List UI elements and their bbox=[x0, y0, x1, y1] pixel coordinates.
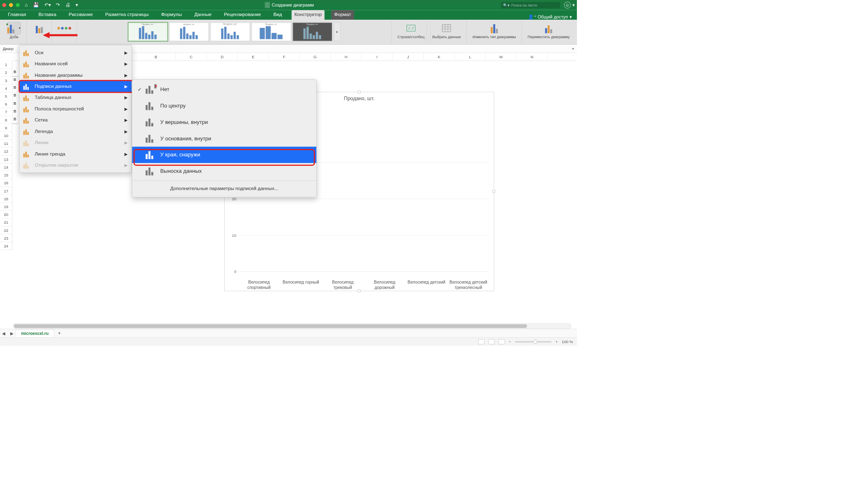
chart-style-2[interactable]: продано, шт. bbox=[169, 23, 209, 41]
menu-legend[interactable]: Легенда▶ bbox=[19, 126, 131, 137]
row-header[interactable]: 3 bbox=[0, 77, 12, 85]
col-header-H[interactable]: H bbox=[331, 53, 361, 61]
tab-view[interactable]: Вид bbox=[271, 10, 285, 20]
submenu-more-options[interactable]: Дополнительные параметры подписей данных… bbox=[132, 182, 317, 195]
zoom-in-button[interactable]: + bbox=[556, 339, 558, 344]
col-header-L[interactable]: L bbox=[455, 53, 485, 61]
col-header-J[interactable]: J bbox=[393, 53, 423, 61]
add-chart-element-button[interactable]: ● ▾ Доба bbox=[6, 21, 23, 42]
col-header-K[interactable]: K bbox=[424, 53, 455, 61]
switch-row-column-button[interactable]: Строка/столбец bbox=[396, 21, 426, 42]
avatar-dropdown-icon[interactable]: ▾ bbox=[572, 2, 574, 8]
menu-error-bars[interactable]: Полоса погрешностей▶ bbox=[19, 103, 131, 115]
submenu-inside-base[interactable]: У основания, внутри bbox=[132, 131, 317, 147]
row-header[interactable]: 21 bbox=[0, 218, 12, 226]
sheet-nav-prev-icon[interactable]: ◀ bbox=[0, 331, 8, 336]
col-header-E[interactable]: E bbox=[238, 53, 269, 61]
menu-axes[interactable]: Оси▶ bbox=[19, 47, 131, 58]
tab-home[interactable]: Главная bbox=[5, 10, 29, 20]
col-header-D[interactable]: D bbox=[207, 53, 238, 61]
undo-icon[interactable]: ↶▾ bbox=[44, 2, 51, 8]
scrollbar-thumb[interactable] bbox=[14, 324, 527, 328]
add-sheet-button[interactable]: + bbox=[54, 330, 64, 336]
resize-handle[interactable] bbox=[492, 190, 495, 193]
sheet-nav-next-icon[interactable]: ▶ bbox=[8, 331, 16, 336]
col-header-G[interactable]: G bbox=[300, 53, 331, 61]
search-input[interactable]: 🔍▾ Поиск на листе bbox=[501, 2, 560, 8]
minimize-window-icon[interactable] bbox=[9, 3, 13, 7]
save-icon[interactable]: 💾 bbox=[33, 2, 39, 8]
row-header[interactable]: 13 bbox=[0, 156, 12, 163]
col-header-F[interactable]: F bbox=[269, 53, 299, 61]
menu-data-labels[interactable]: Подписи данных▶ bbox=[19, 81, 131, 92]
page-layout-view-icon[interactable] bbox=[488, 339, 494, 344]
col-header-B[interactable]: B bbox=[136, 53, 176, 61]
sheet-tab[interactable]: microexcel.ru bbox=[16, 330, 54, 337]
tab-page-layout[interactable]: Разметка страницы bbox=[102, 10, 152, 20]
home-icon[interactable]: ⌂ bbox=[25, 2, 28, 8]
tab-chart-design[interactable]: Конструктор bbox=[292, 10, 324, 20]
col-header-I[interactable]: I bbox=[362, 53, 393, 61]
zoom-slider[interactable] bbox=[515, 341, 551, 342]
col-header-M[interactable]: M bbox=[486, 53, 517, 61]
qat-dropdown-icon[interactable]: ▾ bbox=[76, 2, 78, 8]
slider-knob[interactable] bbox=[533, 340, 538, 344]
row-header[interactable]: 2 bbox=[0, 69, 12, 76]
zoom-out-button[interactable]: − bbox=[509, 339, 511, 344]
tab-data[interactable]: Данные bbox=[191, 10, 214, 20]
menu-gridlines[interactable]: Сетка▶ bbox=[19, 115, 131, 126]
submenu-data-callout[interactable]: Выноска данных bbox=[132, 163, 317, 179]
row-header[interactable]: 24 bbox=[0, 242, 12, 250]
submenu-center[interactable]: По центру bbox=[132, 98, 317, 114]
submenu-inside-end[interactable]: У вершины, внутри bbox=[132, 114, 317, 131]
formula-bar-expand-icon[interactable]: ▾ bbox=[572, 46, 577, 51]
row-header[interactable]: 11 bbox=[0, 140, 12, 147]
row-header[interactable]: 12 bbox=[0, 147, 12, 155]
row-header[interactable]: 19 bbox=[0, 203, 12, 211]
row-header[interactable]: 9 bbox=[0, 124, 12, 132]
row-header[interactable]: 5 bbox=[0, 92, 12, 100]
tab-insert[interactable]: Вставка bbox=[36, 10, 59, 20]
chart-styles-more-button[interactable]: ▸ bbox=[334, 23, 340, 41]
zoom-level[interactable]: 100 % bbox=[562, 339, 573, 344]
user-avatar-icon[interactable]: ☺ bbox=[564, 2, 570, 8]
menu-data-table[interactable]: Таблица данных▶ bbox=[19, 92, 131, 103]
chart-style-4[interactable]: Продано, шт. bbox=[251, 23, 291, 41]
row-header[interactable]: 18 bbox=[0, 195, 12, 203]
row-header[interactable]: 20 bbox=[0, 211, 12, 218]
select-data-button[interactable]: Выбрать данные bbox=[431, 21, 463, 42]
print-icon[interactable]: 🖨 bbox=[65, 2, 70, 8]
row-header[interactable]: 4 bbox=[0, 85, 12, 92]
row-header[interactable]: 14 bbox=[0, 163, 12, 171]
submenu-outside-end[interactable]: У края, снаружи bbox=[132, 147, 317, 163]
submenu-none[interactable]: ✓✕Нет bbox=[132, 81, 317, 98]
row-header[interactable]: 15 bbox=[0, 171, 12, 179]
normal-view-icon[interactable] bbox=[478, 339, 485, 344]
row-header[interactable]: 8 bbox=[0, 116, 12, 124]
row-header[interactable]: 23 bbox=[0, 234, 12, 242]
resize-handle[interactable] bbox=[358, 91, 361, 94]
change-chart-type-button[interactable]: Изменить тип диаграммы bbox=[471, 21, 518, 42]
menu-chart-title[interactable]: Название диаграммы▶ bbox=[19, 69, 131, 80]
col-header-C[interactable]: C bbox=[176, 53, 207, 61]
tab-format[interactable]: Формат bbox=[331, 10, 354, 20]
tab-formulas[interactable]: Формулы bbox=[158, 10, 184, 20]
tab-review[interactable]: Рецензирование bbox=[221, 10, 264, 20]
page-break-view-icon[interactable] bbox=[499, 339, 505, 344]
move-chart-button[interactable]: Переместить диаграмму bbox=[526, 21, 571, 42]
col-header-N[interactable]: N bbox=[517, 53, 547, 61]
menu-axis-titles[interactable]: Названия осей▶ bbox=[19, 58, 131, 69]
name-box[interactable]: Диагр bbox=[2, 45, 17, 52]
chart-style-5[interactable]: Продано, шт. bbox=[292, 23, 332, 41]
chart-style-3[interactable]: ПРОДАНО, ШТ. bbox=[210, 23, 250, 41]
tab-draw[interactable]: Рисование bbox=[66, 10, 95, 20]
row-header[interactable]: 7 bbox=[0, 108, 12, 116]
row-header[interactable]: 16 bbox=[0, 179, 12, 187]
row-header[interactable]: 22 bbox=[0, 227, 12, 234]
chart-style-1[interactable]: Продано, шт. bbox=[128, 23, 168, 41]
menu-trendline[interactable]: Линия тренда▶ bbox=[19, 149, 131, 160]
row-header[interactable]: 10 bbox=[0, 132, 12, 140]
horizontal-scrollbar[interactable] bbox=[13, 323, 572, 329]
row-header[interactable]: 17 bbox=[0, 187, 12, 195]
redo-icon[interactable]: ↷ bbox=[56, 2, 60, 8]
